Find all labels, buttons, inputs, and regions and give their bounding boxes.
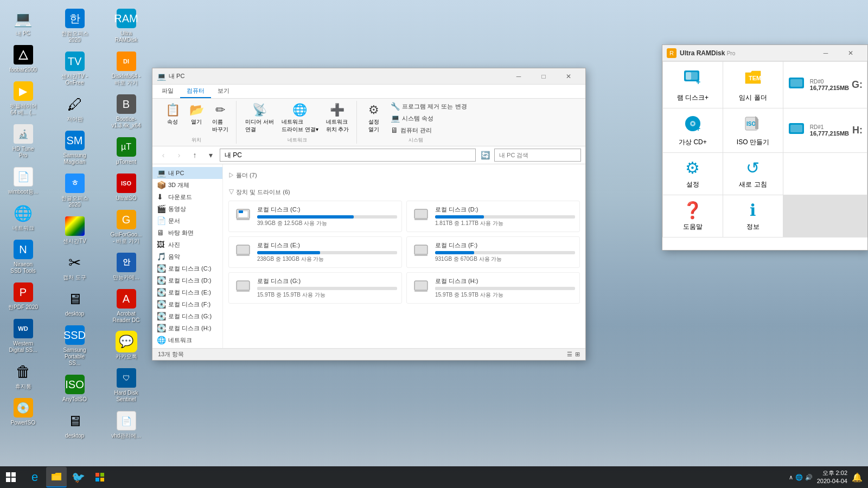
drive-item-c[interactable]: 로컬 디스크 (C:) 39.9GB 중 12.5GB 사용 가능: [228, 201, 402, 232]
drive-item-h[interactable]: 로컬 디스크 (H:) 15.9TB 중 15.9TB 사용 가능: [406, 272, 580, 304]
ramdisk-drive-rd1[interactable]: RD#1 16,777,215MB H:: [783, 108, 867, 152]
start-button[interactable]: [0, 466, 22, 488]
ramdisk-btn-refresh[interactable]: ↺ 새로 고침: [723, 153, 783, 195]
desktop-icon-utorrent[interactable]: µT μTorrent: [108, 134, 144, 168]
desktop-icon-vhd[interactable]: 📄 vhd관리에...: [108, 408, 144, 441]
view-details-icon[interactable]: ☰: [567, 351, 572, 358]
desktop-icon-diskinfo64[interactable]: DI DiskInfo64 - 바로 가기: [108, 48, 144, 88]
desktop-icon-ultraiso[interactable]: ISO UltraISO: [108, 170, 144, 204]
desktop-icon-network[interactable]: 🌐 네트워크: [5, 200, 41, 234]
notification-button[interactable]: 🔔: [852, 472, 863, 483]
desktop-icon-niraeon[interactable]: N Niraeon SSD Tools: [5, 236, 41, 277]
desktop-icon-acrobat[interactable]: A Acrobat Reader DC: [108, 286, 144, 326]
desktop-icon-poweriso[interactable]: 💿 PowerISO: [5, 395, 41, 428]
ramdisk-btn-settings[interactable]: ⚙ 설정: [663, 153, 723, 195]
desktop-icon-ultra-ramdisk[interactable]: RAM Ultra RAMDisk: [108, 5, 144, 46]
ribbon-btn-add-location[interactable]: ➕ 네트워크위치 추가: [323, 101, 353, 136]
nav-item-drive-c[interactable]: 💽 로컬 디스크 (C:): [152, 262, 222, 274]
desktop-icon-wimboot[interactable]: 📄 wimboot등...: [5, 164, 41, 197]
desktop-icon-desktop1[interactable]: 🖥 desktop: [57, 286, 92, 319]
ribbon-btn-network-drive[interactable]: 🌐 네트워크드라이브 연결▾: [278, 101, 322, 136]
ramdisk-minimize-button[interactable]: ─: [813, 45, 838, 61]
desktop-icon-samsung-magician[interactable]: SM Samsung Magician: [57, 127, 92, 168]
address-input[interactable]: [220, 149, 476, 162]
desktop-icon-my-pc[interactable]: 💻 내 PC: [5, 5, 41, 39]
up-button[interactable]: ↑: [188, 149, 201, 162]
ramdisk-btn-virtual-cd[interactable]: + 가상 CD+: [663, 108, 723, 152]
taskbar-store[interactable]: [90, 467, 110, 487]
nav-item-music[interactable]: 🎵 음악: [152, 251, 222, 262]
desktop-icon-guiforge[interactable]: G GuiForGoo... - 바로 가기: [108, 207, 144, 247]
ramdisk-btn-iso[interactable]: ISO ISO 만들기: [723, 108, 783, 152]
recent-button[interactable]: ▾: [204, 149, 217, 162]
drive-item-f[interactable]: 로컬 디스크 (F:) 931GB 중 670GB 사용 가능: [406, 236, 580, 268]
nav-item-pictures[interactable]: 🖼 사진: [152, 239, 222, 251]
ribbon-btn-computer-mgmt[interactable]: 🖥 컴퓨터 관리: [388, 125, 469, 136]
nav-item-downloads[interactable]: ⬇ 다운로드: [152, 191, 222, 203]
nav-item-my-pc[interactable]: 💻 내 PC: [152, 167, 222, 179]
tray-volume-icon[interactable]: 🔊: [805, 474, 813, 481]
taskbar-bird-app[interactable]: 🐦: [68, 467, 88, 487]
nav-item-3d[interactable]: 📦 3D 개체: [152, 179, 222, 191]
nav-item-drive-f[interactable]: 💽 로컬 디스크 (F:): [152, 298, 222, 310]
desktop-icon-harddisk-sentinel[interactable]: 🛡 Hard Disk Sentinel: [108, 365, 144, 405]
ribbon-btn-media-server[interactable]: 📡 미디어 서버연결: [242, 101, 277, 136]
nav-item-drive-e[interactable]: 💽 로컬 디스크 (E:): [152, 286, 222, 298]
ramdisk-close-button[interactable]: ✕: [838, 45, 863, 61]
desktop-icon-hangeul-input[interactable]: 안 만능카메...: [108, 249, 144, 283]
desktop-icon-hanpdf[interactable]: P 한PDF 2020: [5, 279, 41, 313]
nav-item-videos[interactable]: 🎬 동영상: [152, 203, 222, 215]
minimize-button[interactable]: ─: [506, 68, 531, 85]
desktop-icon-hancom[interactable]: 한 한컴오피스 2020: [57, 5, 92, 46]
nav-item-drive-h[interactable]: 💽 로컬 디스크 (H:): [152, 322, 222, 334]
folders-expand-icon[interactable]: ▷: [228, 172, 234, 178]
maximize-button[interactable]: □: [531, 68, 556, 85]
back-button[interactable]: ‹: [157, 149, 170, 162]
ribbon-btn-system-props[interactable]: 💻 시스템 속성: [388, 113, 469, 124]
desktop-icon-recycle[interactable]: 🗑 휴지통: [5, 358, 41, 392]
nav-item-drive-g[interactable]: 💽 로컬 디스크 (G:): [152, 310, 222, 322]
desktop-icon-kakaotalk[interactable]: 💬 카카오톡: [108, 329, 144, 362]
tray-network-icon[interactable]: 🌐: [795, 474, 803, 481]
ribbon-tab-view[interactable]: 보기: [211, 85, 236, 98]
ramdisk-btn-help[interactable]: ❓ 도움말: [663, 195, 723, 237]
desktop-icon-hd-tune[interactable]: 🔬 HD Tune Pro: [5, 121, 41, 161]
desktop-icon-desktop2[interactable]: 🖥 desktop: [57, 408, 92, 441]
taskbar-clock[interactable]: 오후 2:02 2020-04-04: [817, 469, 847, 486]
drive-item-g[interactable]: 로컬 디스크 (G:) 15.9TB 중 15.9TB 사용 가능: [228, 272, 402, 304]
taskbar-edge[interactable]: e: [24, 467, 45, 487]
desktop-icon-bootice[interactable]: B BootIce-v1.3.4k_x64: [108, 91, 144, 131]
desktop-icon-sensicam[interactable]: TV 센시간TV -OnFree: [57, 48, 92, 88]
refresh-button[interactable]: 🔄: [478, 149, 492, 162]
search-input[interactable]: [494, 149, 581, 162]
drive-item-e[interactable]: 로컬 디스크 (E:) 238GB 중 130GB 사용 가능: [228, 236, 402, 268]
desktop-icon-foobar2000[interactable]: foobar2000: [5, 42, 41, 75]
nav-item-documents[interactable]: 📄 문서: [152, 215, 222, 227]
ramdisk-drive-rd0[interactable]: RD#0 16,777,215MB G:: [783, 62, 867, 108]
nav-item-desktop[interactable]: 🖥 바탕 화면: [152, 227, 222, 239]
forward-button[interactable]: ›: [173, 149, 186, 162]
ramdisk-btn-temp[interactable]: TEMP 임시 폴더: [723, 62, 783, 108]
ramdisk-btn-add-disk[interactable]: + 램 디스크+: [663, 62, 723, 108]
drives-expand-icon[interactable]: ▽: [228, 189, 234, 195]
view-grid-icon[interactable]: ⊞: [575, 351, 580, 358]
drive-item-d[interactable]: 로컬 디스크 (D:) 1.81TB 중 1.17TB 사용 가능: [406, 201, 580, 232]
tray-expand-icon[interactable]: ∧: [789, 474, 793, 481]
desktop-icon-western-digital[interactable]: WD Western Digital SS...: [5, 316, 41, 356]
ribbon-tab-file[interactable]: 파일: [155, 85, 180, 98]
ribbon-tab-computer[interactable]: 컴퓨터: [180, 85, 211, 98]
ribbon-btn-settings[interactable]: ⚙ 설정열기: [362, 101, 385, 136]
ribbon-btn-rename[interactable]: ✏ 이름바꾸기: [209, 101, 232, 136]
ribbon-btn-properties[interactable]: 📋 속성: [161, 101, 184, 136]
nav-item-network[interactable]: 🌐 네트워크: [152, 334, 222, 346]
taskbar-file-explorer[interactable]: [46, 467, 67, 487]
desktop-icon-anytoiso[interactable]: ISO AnyToISO: [57, 371, 92, 405]
ramdisk-btn-info[interactable]: ℹ 정보: [723, 195, 783, 237]
desktop-icon-ssd[interactable]: SSD Samsung Portable SS...: [57, 322, 92, 369]
desktop-icon-capture-tool[interactable]: ✂ 캡처 도구: [57, 249, 92, 283]
desktop-icon-jeorim-pan[interactable]: 🖊 저어판: [57, 91, 92, 125]
close-button[interactable]: ✕: [556, 68, 581, 85]
ribbon-btn-open[interactable]: 📂 열기: [185, 101, 208, 136]
desktop-icon-color-test[interactable]: 센시간TV: [57, 213, 92, 247]
desktop-icon-daum-player[interactable]: ▶ 팟플레이어64 베... (...: [5, 78, 41, 118]
